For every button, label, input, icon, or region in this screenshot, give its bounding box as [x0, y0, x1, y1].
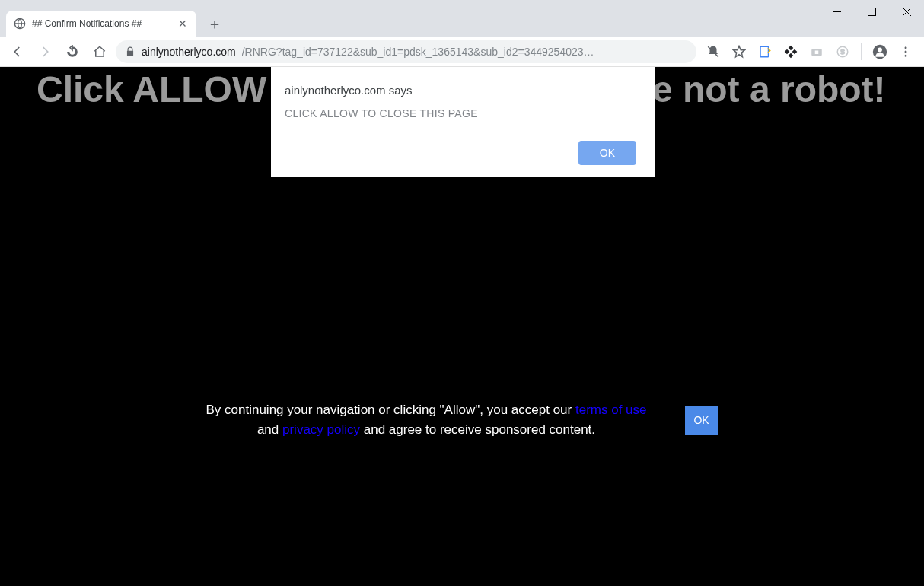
javascript-alert-dialog: ainlynotherlyco.com says CLICK ALLOW TO … [271, 67, 655, 177]
consent-text: By continuing your navigation or clickin… [206, 400, 646, 439]
extension-icon-1[interactable] [757, 44, 773, 59]
svg-rect-2 [868, 8, 875, 15]
browser-toolbar: ainlynotherlyco.com/RNRG?tag_id=737122&s… [0, 37, 924, 67]
svg-text:S: S [840, 49, 845, 56]
page-content: Click ALLOW to confirm that you are not … [0, 67, 924, 586]
forward-button[interactable] [33, 40, 56, 63]
notifications-muted-icon[interactable] [706, 44, 721, 59]
consent-prefix: By continuing your navigation or clickin… [206, 403, 575, 417]
url-path: /RNRG?tag_id=737122&sub_id1=pdsk_1365143… [242, 46, 594, 58]
bookmark-star-icon[interactable] [731, 44, 747, 59]
address-bar[interactable]: ainlynotherlyco.com/RNRG?tag_id=737122&s… [116, 40, 696, 63]
consent-between: and [257, 422, 282, 437]
consent-bar: By continuing your navigation or clickin… [0, 400, 924, 439]
reload-button[interactable] [61, 40, 84, 63]
privacy-policy-link[interactable]: privacy policy [282, 422, 360, 437]
tab-close-button[interactable]: ✕ [177, 18, 189, 30]
terms-of-use-link[interactable]: terms of use [575, 403, 647, 417]
svg-point-13 [905, 46, 907, 49]
window-controls [819, 0, 924, 23]
svg-point-14 [905, 50, 907, 53]
consent-ok-button[interactable]: OK [685, 406, 718, 435]
minimize-button[interactable] [819, 0, 854, 23]
profile-avatar-icon[interactable] [872, 44, 887, 59]
toolbar-divider [861, 43, 862, 60]
extension-icon-2[interactable] [783, 44, 798, 59]
maximize-button[interactable] [854, 0, 889, 23]
svg-rect-8 [815, 50, 819, 54]
svg-rect-6 [760, 46, 769, 57]
tab-title: ## Confirm Notifications ## [32, 18, 170, 29]
back-button[interactable] [6, 40, 29, 63]
dialog-origin: ainlynotherlyco.com says [285, 84, 636, 97]
toolbar-actions: S [701, 43, 918, 60]
close-window-button[interactable] [889, 0, 924, 23]
new-tab-button[interactable]: ＋ [207, 11, 222, 37]
browser-title-bar: ## Confirm Notifications ## ✕ ＋ [0, 0, 924, 37]
browser-tab[interactable]: ## Confirm Notifications ## ✕ [6, 11, 196, 37]
kebab-menu-icon[interactable] [898, 44, 913, 59]
consent-suffix: and agree to receive sponsored content. [360, 422, 595, 437]
dialog-ok-button[interactable]: OK [578, 141, 636, 165]
globe-icon [14, 18, 26, 30]
url-domain: ainlynotherlyco.com [142, 46, 236, 58]
svg-point-15 [905, 54, 907, 56]
extension-icon-3[interactable] [809, 44, 824, 59]
home-button[interactable] [88, 40, 111, 63]
svg-point-12 [878, 47, 882, 52]
extension-icon-4[interactable]: S [835, 44, 850, 59]
lock-icon [125, 46, 135, 57]
dialog-message: CLICK ALLOW TO CLOSE THIS PAGE [285, 107, 636, 119]
